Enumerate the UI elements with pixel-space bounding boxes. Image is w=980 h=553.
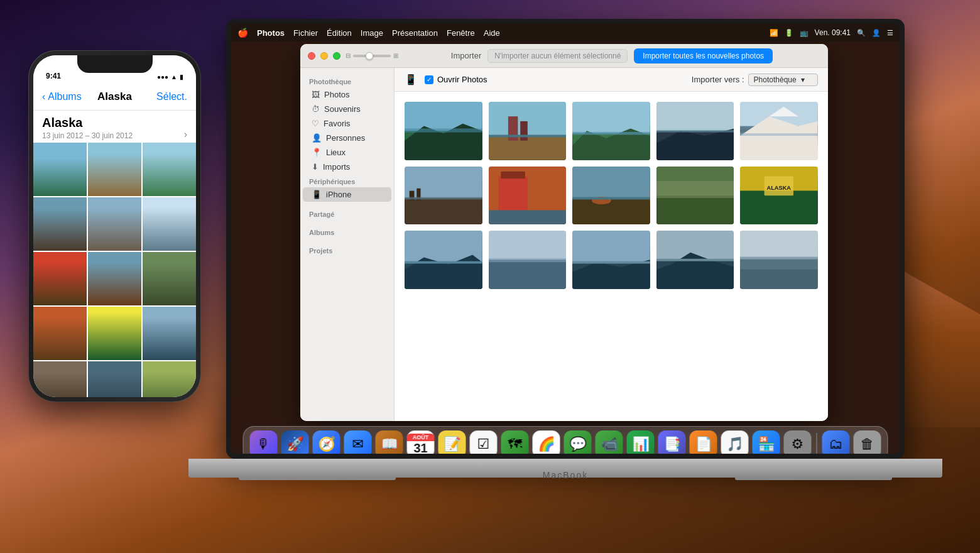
svg-rect-7 xyxy=(520,121,528,141)
svg-text:ALASKA: ALASKA xyxy=(767,185,792,191)
svg-rect-48 xyxy=(572,231,650,262)
menubar-presentation[interactable]: Présentation xyxy=(392,28,438,38)
iphone-photo-13[interactable] xyxy=(33,361,87,397)
photo-thumb-10[interactable]: ALASKA xyxy=(740,167,818,225)
photo-thumb-3[interactable] xyxy=(572,102,650,160)
ouvrir-photos-checkbox[interactable]: ✓ Ouvrir Photos xyxy=(425,75,487,84)
dock-launchpad[interactable]: 🚀 xyxy=(281,430,309,454)
dock-music[interactable]: 🎵 xyxy=(721,430,749,454)
sidebar-item-personnes[interactable]: 👤 Personnes xyxy=(303,131,391,145)
photo-thumb-5[interactable] xyxy=(740,102,818,160)
back-button[interactable]: ‹ Albums xyxy=(42,91,82,102)
import-all-button[interactable]: Importer toutes les nouvelles photos xyxy=(634,48,773,63)
dock-calendar[interactable]: AOÛT31 xyxy=(407,430,435,454)
iphone-photo-14[interactable] xyxy=(88,361,141,397)
sidebar-item-imports[interactable]: ⬇ Imports xyxy=(303,160,391,174)
dock-photos[interactable]: 🌈 xyxy=(533,430,560,454)
svg-point-32 xyxy=(592,197,611,204)
menubar-fenetre[interactable]: Fenêtre xyxy=(447,28,475,38)
dock-maps[interactable]: 🗺 xyxy=(501,430,529,454)
dock-numbers[interactable]: 📊 xyxy=(627,430,655,454)
photo-thumb-14[interactable] xyxy=(656,231,734,289)
zoom-slider[interactable]: ⊟ ⊞ xyxy=(346,52,398,59)
destination-select[interactable]: Photothèque ▾ xyxy=(748,74,818,86)
svg-marker-11 xyxy=(572,128,650,160)
iphone-photo-11[interactable] xyxy=(88,307,141,360)
iphone-photo-4[interactable] xyxy=(33,197,87,251)
iphone-photo-5[interactable] xyxy=(88,197,141,251)
dock-files[interactable]: 🗂 xyxy=(822,430,850,454)
souvenirs-icon: ⏱ xyxy=(312,104,320,114)
search-icon[interactable]: 🔍 xyxy=(857,29,866,37)
menubar-app-name[interactable]: Photos xyxy=(257,28,285,38)
dock-trash[interactable]: 🗑 xyxy=(854,430,881,454)
iphone-photo-6[interactable] xyxy=(143,197,196,251)
iphone-body: 9:41 ●●● ▲ ▮ ‹ Albums Alaska Sélect. Ala… xyxy=(28,50,201,402)
dock-facetime[interactable]: 📹 xyxy=(596,430,623,454)
sidebar-item-souvenirs[interactable]: ⏱ Souvenirs xyxy=(303,102,391,116)
photo-thumb-11[interactable] xyxy=(405,231,482,289)
music-icon: 🎵 xyxy=(726,436,743,452)
svg-rect-25 xyxy=(405,197,482,199)
sidebar-item-lieux[interactable]: 📍 Lieux xyxy=(303,145,391,160)
sidebar-item-iphone[interactable]: 📱 iPhone xyxy=(303,187,391,202)
dock-messages[interactable]: 💬 xyxy=(564,430,592,454)
select-button[interactable]: Sélect. xyxy=(156,91,187,102)
menubar-aide[interactable]: Aide xyxy=(484,28,500,38)
iphone-photo-8[interactable] xyxy=(88,252,141,305)
svg-rect-56 xyxy=(740,231,818,257)
dock-keynote[interactable]: 📑 xyxy=(658,430,686,454)
photo-thumb-4[interactable] xyxy=(656,102,734,160)
menubar-edition[interactable]: Édition xyxy=(327,28,352,38)
iphone-photo-1[interactable] xyxy=(33,143,87,196)
macbook-foot-right xyxy=(735,476,892,480)
dock-notes[interactable]: 📝 xyxy=(438,430,466,454)
menubar-fichier[interactable]: Fichier xyxy=(293,28,318,38)
maximize-button[interactable] xyxy=(333,52,340,60)
iphone-photo-3[interactable] xyxy=(143,143,196,196)
dock-reminders[interactable]: ☑ xyxy=(470,430,498,454)
sidebar-item-photos[interactable]: 🖼 Photos xyxy=(303,87,391,102)
safari-icon: 🧭 xyxy=(318,436,335,452)
svg-rect-41 xyxy=(405,231,482,262)
svg-rect-24 xyxy=(416,188,420,200)
iphone-photo-2[interactable] xyxy=(88,143,141,196)
svg-rect-49 xyxy=(572,263,650,289)
svg-rect-35 xyxy=(656,195,734,224)
iphone-photo-15[interactable] xyxy=(143,361,196,397)
dock-contacts[interactable]: 📖 xyxy=(376,430,403,454)
menubar-image[interactable]: Image xyxy=(361,28,383,38)
svg-marker-19 xyxy=(770,107,798,116)
sidebar-item-favoris[interactable]: ♡ Favoris xyxy=(303,116,391,131)
photo-thumb-6[interactable] xyxy=(405,167,482,225)
siri-icon: 🎙 xyxy=(257,436,271,452)
dock-systemprefs[interactable]: ⚙ xyxy=(784,430,812,454)
iphone-photo-9[interactable] xyxy=(143,252,196,305)
photo-thumb-12[interactable] xyxy=(489,231,567,289)
svg-rect-59 xyxy=(740,270,818,289)
back-label: Albums xyxy=(48,91,81,102)
destination-value: Photothèque xyxy=(754,75,797,84)
dock-pages[interactable]: 📄 xyxy=(690,430,717,454)
dock-siri[interactable]: 🎙 xyxy=(250,430,278,454)
dock-mail[interactable]: ✉ xyxy=(344,430,372,454)
photo-thumb-2[interactable] xyxy=(489,102,567,160)
iphone-photo-10[interactable] xyxy=(33,307,87,360)
sidebar-iphone-label: iPhone xyxy=(326,190,351,199)
photo-thumb-13[interactable] xyxy=(572,231,650,289)
iphone-photo-7[interactable] xyxy=(33,252,87,305)
photo-thumb-1[interactable] xyxy=(405,102,482,160)
svg-rect-45 xyxy=(489,231,567,260)
photo-thumb-7[interactable] xyxy=(489,167,567,225)
photo-thumb-8[interactable] xyxy=(572,167,650,225)
iphone-photo-12[interactable] xyxy=(143,307,196,360)
menu-icon[interactable]: ☰ xyxy=(887,29,893,37)
user-icon[interactable]: 👤 xyxy=(872,29,881,37)
apple-menu[interactable]: 🍎 xyxy=(237,28,248,38)
photo-thumb-15[interactable] xyxy=(740,231,818,289)
close-button[interactable] xyxy=(308,52,315,60)
minimize-button[interactable] xyxy=(320,52,328,60)
photo-thumb-9[interactable] xyxy=(656,167,734,225)
dock-appstore[interactable]: 🏪 xyxy=(753,430,780,454)
dock-safari[interactable]: 🧭 xyxy=(313,430,340,454)
